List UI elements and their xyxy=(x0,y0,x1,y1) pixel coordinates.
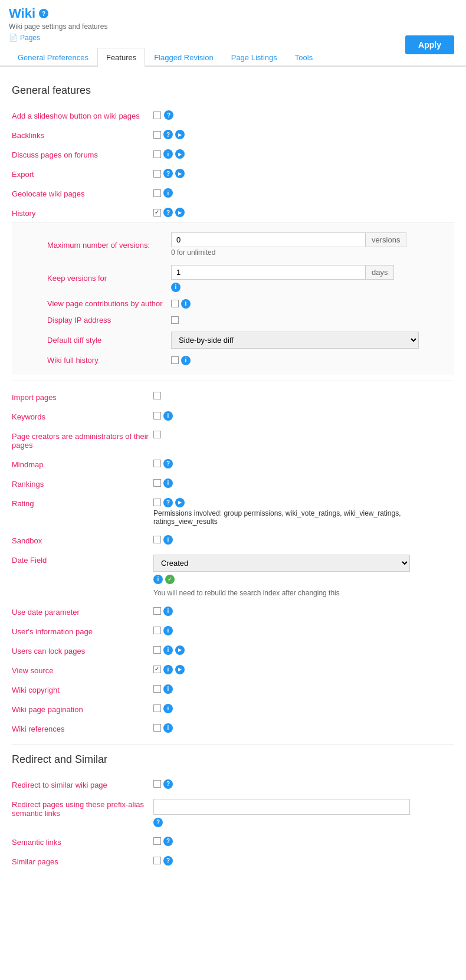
tab-page-listings[interactable]: Page Listings xyxy=(222,48,286,67)
tab-tools[interactable]: Tools xyxy=(286,48,321,67)
semantic-links-checkbox[interactable] xyxy=(153,837,161,845)
view-source-info-icon[interactable]: i xyxy=(163,665,173,674)
feature-redirect-prefix: Redirect pages using these prefix-alias … xyxy=(12,794,454,832)
export-help-icon[interactable]: ? xyxy=(163,169,173,178)
redirect-prefix-area: ? xyxy=(153,799,410,827)
history-checkbox[interactable] xyxy=(153,209,161,217)
tab-features[interactable]: Features xyxy=(97,48,145,67)
use-date-checkbox[interactable] xyxy=(153,607,161,615)
rankings-checkbox[interactable] xyxy=(153,479,161,487)
mindmap-help-icon[interactable]: ? xyxy=(163,459,173,468)
wiki-copyright-info-icon[interactable]: i xyxy=(163,684,173,694)
history-help-icon[interactable]: ? xyxy=(163,208,173,217)
discuss-info-icon[interactable]: i xyxy=(163,149,173,159)
feature-geolocate: Geolocate wiki pages i xyxy=(12,183,454,203)
semantic-links-help-icon[interactable]: ? xyxy=(163,837,173,846)
rating-help-icon[interactable]: ? xyxy=(163,498,173,507)
apply-button[interactable]: Apply xyxy=(405,35,454,54)
tab-flagged-revision[interactable]: Flagged Revision xyxy=(145,48,222,67)
keywords-checkbox[interactable] xyxy=(153,412,161,419)
redirect-similar-controls: ? xyxy=(153,779,173,789)
feature-users-lock: Users can lock pages i ▶ xyxy=(12,641,454,660)
sandbox-label: Sandbox xyxy=(12,535,153,545)
rankings-info-icon[interactable]: i xyxy=(163,478,173,488)
redirect-similar-help-icon[interactable]: ? xyxy=(163,779,173,789)
history-contrib-checkbox[interactable] xyxy=(171,300,179,307)
sandbox-checkbox[interactable] xyxy=(153,536,161,543)
page-creators-checkbox[interactable] xyxy=(153,431,161,438)
similar-pages-checkbox[interactable] xyxy=(153,857,161,864)
history-ip-checkbox[interactable] xyxy=(171,316,179,324)
mindmap-checkbox[interactable] xyxy=(153,460,161,467)
history-contrib-label: View page contributions by author xyxy=(47,299,165,308)
sandbox-controls: i xyxy=(153,535,173,545)
redirect-similar-checkbox[interactable] xyxy=(153,780,161,788)
view-source-checkbox[interactable] xyxy=(153,666,161,673)
history-contrib-info-icon[interactable]: i xyxy=(181,299,191,309)
discuss-checkbox[interactable] xyxy=(153,150,161,158)
pages-link-text: Pages xyxy=(20,34,40,42)
import-checkbox[interactable] xyxy=(153,392,161,399)
redirect-similar-label: Redirect to similar wiki page xyxy=(12,779,153,789)
rating-play-icon[interactable]: ▶ xyxy=(175,498,185,507)
export-checkbox[interactable] xyxy=(153,170,161,178)
wiki-references-info-icon[interactable]: i xyxy=(163,723,173,733)
tab-general-preferences[interactable]: General Preferences xyxy=(9,48,97,67)
similar-pages-help-icon[interactable]: ? xyxy=(163,856,173,866)
history-play-icon[interactable]: ▶ xyxy=(175,208,185,217)
user-info-checkbox[interactable] xyxy=(153,627,161,634)
geolocate-info-icon[interactable]: i xyxy=(163,188,173,198)
title-help-icon[interactable]: ? xyxy=(39,9,48,18)
redirect-prefix-input[interactable] xyxy=(153,799,410,815)
slideshow-help-icon[interactable]: ? xyxy=(164,110,173,120)
backlinks-play-icon[interactable]: ▶ xyxy=(175,130,185,139)
history-full-checkbox[interactable] xyxy=(171,356,179,364)
wiki-references-checkbox[interactable] xyxy=(153,724,161,732)
wiki-copyright-checkbox[interactable] xyxy=(153,685,161,693)
tabs-bar: General Preferences Features Flagged Rev… xyxy=(0,48,466,67)
slideshow-checkbox[interactable] xyxy=(153,112,161,119)
date-field-info-icon[interactable]: i xyxy=(153,575,163,584)
history-diff-row: Default diff style Side-by-side diff xyxy=(47,328,445,352)
backlinks-help-icon[interactable]: ? xyxy=(163,130,173,139)
similar-pages-controls: ? xyxy=(153,856,173,866)
user-info-icon[interactable]: i xyxy=(163,626,173,635)
pages-link[interactable]: 📄 Pages xyxy=(9,34,457,42)
date-field-check-icon[interactable]: ✓ xyxy=(165,575,175,584)
geolocate-checkbox[interactable] xyxy=(153,189,161,197)
import-controls xyxy=(153,392,161,399)
date-field-label: Date Field xyxy=(12,555,153,565)
wiki-pagination-info-icon[interactable]: i xyxy=(163,704,173,713)
backlinks-checkbox[interactable] xyxy=(153,131,161,139)
history-full-info-icon[interactable]: i xyxy=(181,356,191,365)
sandbox-info-icon[interactable]: i xyxy=(163,535,173,545)
redirect-prefix-help-icon[interactable]: ? xyxy=(153,818,163,827)
main-content: General features Add a slideshow button … xyxy=(0,67,466,880)
import-label: Import pages xyxy=(12,392,153,402)
discuss-play-icon[interactable]: ▶ xyxy=(175,149,185,159)
feature-wiki-pagination: Wiki page pagination i xyxy=(12,699,454,719)
history-max-input[interactable]: 0 xyxy=(171,232,366,247)
history-keep-input-group: 1 days xyxy=(171,265,394,280)
page-subtitle: Wiki page settings and features xyxy=(9,22,457,31)
date-field-select[interactable]: Created xyxy=(153,555,410,572)
use-date-info-icon[interactable]: i xyxy=(163,607,173,616)
users-lock-checkbox[interactable] xyxy=(153,646,161,654)
history-keep-suffix: days xyxy=(366,265,394,280)
rating-checkbox[interactable] xyxy=(153,499,161,506)
feature-redirect-similar: Redirect to similar wiki page ? xyxy=(12,775,454,794)
apply-btn-area: Apply xyxy=(405,35,454,54)
slideshow-label: Add a slideshow button on wiki pages xyxy=(12,110,153,120)
history-keep-info-icon[interactable]: i xyxy=(171,283,181,292)
wiki-pagination-checkbox[interactable] xyxy=(153,704,161,712)
geolocate-controls: i xyxy=(153,188,173,198)
history-keep-input[interactable]: 1 xyxy=(171,265,366,280)
mindmap-label: Mindmap xyxy=(12,459,153,469)
history-diff-select[interactable]: Side-by-side diff xyxy=(171,332,419,349)
export-play-icon[interactable]: ▶ xyxy=(175,169,185,178)
users-lock-info-icon[interactable]: i xyxy=(163,645,173,655)
keywords-info-icon[interactable]: i xyxy=(163,411,173,421)
view-source-play-icon[interactable]: ▶ xyxy=(175,665,185,674)
users-lock-play-icon[interactable]: ▶ xyxy=(175,645,185,655)
use-date-controls: i xyxy=(153,607,173,616)
